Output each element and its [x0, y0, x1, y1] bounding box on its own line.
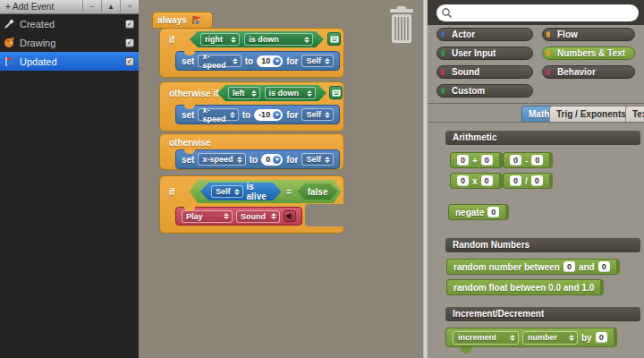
category-actor-button[interactable]: Actor [436, 28, 533, 41]
event-item-created[interactable]: Created ✓ [0, 14, 139, 33]
equality-condition-block[interactable]: Self is alive = false [190, 180, 342, 203]
play-sound-block[interactable]: Play Sound [175, 207, 302, 226]
divide-block[interactable]: 0 / 0 [503, 173, 553, 189]
random-number-block[interactable]: random number between 0 and 0 [446, 259, 620, 275]
condition-block[interactable]: left is down [217, 85, 326, 101]
operand-field[interactable]: 0 [531, 155, 543, 166]
keyboard-icon[interactable] [327, 32, 341, 46]
always-flag-icon [191, 15, 202, 26]
numbers-text-accent-stripe [547, 50, 550, 56]
state-dropdown[interactable]: is down [265, 87, 316, 99]
operand-field[interactable]: 0 [531, 175, 543, 186]
if-alive-block[interactable]: if Self is alive = false Play [159, 175, 344, 234]
if-section-block[interactable]: if right is down set x-speed [159, 28, 344, 78]
value-field[interactable]: 10 [257, 55, 283, 67]
dropdown-arrows-icon [237, 157, 242, 163]
add-event-button[interactable]: + Add Event [0, 0, 82, 13]
control-dropdown[interactable]: right [200, 33, 240, 46]
dropdown-arrows-icon [304, 37, 309, 43]
block-palette-panel: Actor Flow User Input Numbers & Text Sou… [428, 0, 644, 358]
add-block[interactable]: 0 + 0 [450, 152, 503, 168]
is-alive-block[interactable]: Self is alive [200, 183, 281, 200]
tab-text[interactable]: Text [625, 106, 644, 122]
increment-mode-dropdown[interactable]: increment [453, 331, 519, 345]
attribute-dropdown[interactable]: x-speed [198, 108, 238, 121]
operand-field[interactable]: 0 [487, 207, 499, 217]
target-dropdown[interactable]: Self [301, 55, 334, 67]
value-field[interactable]: 0 [261, 154, 283, 166]
event-enabled-checkbox[interactable]: ✓ [125, 38, 134, 47]
otherwise-if-section-block[interactable]: otherwise if left is down set x-speed [159, 81, 344, 132]
value-field[interactable]: -10 [254, 109, 283, 121]
remove-event-button[interactable]: − [82, 0, 101, 13]
dropdown-arrows-icon [510, 335, 515, 341]
category-custom-button[interactable]: Custom [436, 84, 533, 98]
control-dropdown[interactable]: left [228, 87, 260, 99]
category-sound-button[interactable]: Sound [436, 65, 533, 79]
subtract-block[interactable]: 0 - 0 [503, 152, 553, 168]
block-canvas[interactable]: always if right is down s [139, 0, 422, 358]
search-icon [441, 6, 453, 18]
set-attribute-block[interactable]: set x-speed to 0 for Self [175, 149, 340, 169]
custom-accent-stripe [441, 88, 445, 94]
sound-dropdown[interactable]: Sound [236, 210, 280, 223]
play-mode-dropdown[interactable]: Play [182, 210, 233, 223]
sound-accent-stripe [441, 69, 445, 75]
move-up-button[interactable]: ▲ [101, 0, 120, 13]
random-float-block[interactable]: random float between 0.0 and 1.0 [446, 279, 604, 295]
operand-field[interactable]: 0 [457, 175, 469, 186]
operand-field[interactable]: 0 [481, 175, 493, 186]
set-attribute-block[interactable]: set x-speed to -10 for Self [175, 105, 340, 124]
operand-field[interactable]: 0 [481, 155, 493, 166]
tab-trig-exponents[interactable]: Trig / Exponents [549, 106, 633, 122]
otherwise-section-block[interactable]: otherwise set x-speed to 0 for Self [159, 133, 344, 170]
operand-field[interactable]: 0 [596, 332, 607, 343]
events-toolbar: + Add Event − ▲ ▼ [0, 0, 139, 14]
minus-operator: - [525, 156, 528, 166]
behavior-accent-stripe [547, 69, 550, 75]
category-buttons: Actor Flow User Input Numbers & Text Sou… [436, 28, 635, 98]
event-label: Created [20, 19, 121, 30]
canvas-gap [305, 204, 344, 226]
move-down-button[interactable]: ▼ [120, 0, 139, 13]
search-input[interactable] [436, 4, 639, 21]
event-enabled-checkbox[interactable]: ✓ [125, 57, 134, 66]
operand-field[interactable]: 0 [510, 175, 521, 186]
and-label: and [579, 262, 595, 272]
category-numbers-text-button[interactable]: Numbers & Text [542, 47, 635, 60]
value-dropdown-icon[interactable] [273, 111, 281, 119]
increment-target-dropdown[interactable]: number [522, 331, 578, 345]
false-block[interactable]: false [297, 183, 338, 200]
to-keyword: to [245, 56, 253, 66]
operand-field[interactable]: 0 [598, 261, 610, 272]
category-behavior-button[interactable]: Behavior [542, 65, 635, 79]
attribute-dropdown[interactable]: x-speed [198, 153, 245, 166]
actor-dropdown[interactable]: Self [211, 185, 243, 198]
value-dropdown-icon[interactable] [273, 57, 281, 65]
value-dropdown-icon[interactable] [273, 156, 281, 164]
always-event-block[interactable]: always [152, 12, 213, 29]
increment-block[interactable]: increment number by 0 [445, 328, 617, 347]
dropdown-arrows-icon [307, 90, 312, 97]
event-enabled-checkbox[interactable]: ✓ [125, 20, 134, 29]
speaker-icon[interactable] [284, 210, 296, 222]
keyboard-icon[interactable] [329, 86, 343, 99]
trash-icon[interactable] [387, 6, 416, 44]
operand-field[interactable]: 0 [457, 155, 469, 166]
event-label: Updated [20, 56, 121, 67]
operand-field[interactable]: 0 [510, 155, 521, 166]
operand-field[interactable]: 0 [564, 261, 575, 272]
dropdown-arrows-icon [251, 90, 257, 97]
event-item-updated[interactable]: Updated ✓ [0, 52, 139, 71]
category-flow-button[interactable]: Flow [542, 28, 635, 41]
state-dropdown[interactable]: is down [244, 33, 313, 46]
multiply-block[interactable]: 0 x 0 [450, 173, 503, 189]
target-dropdown[interactable]: Self [301, 153, 334, 166]
set-attribute-block[interactable]: set x-speed to 10 for Self [175, 51, 340, 71]
target-dropdown[interactable]: Self [301, 108, 334, 121]
negate-block[interactable]: negate 0 [448, 204, 509, 220]
attribute-dropdown[interactable]: x-speed [198, 55, 241, 67]
event-item-drawing[interactable]: Drawing ✓ [0, 33, 139, 52]
category-user-input-button[interactable]: User Input [436, 47, 533, 60]
condition-block[interactable]: right is down [190, 31, 324, 47]
